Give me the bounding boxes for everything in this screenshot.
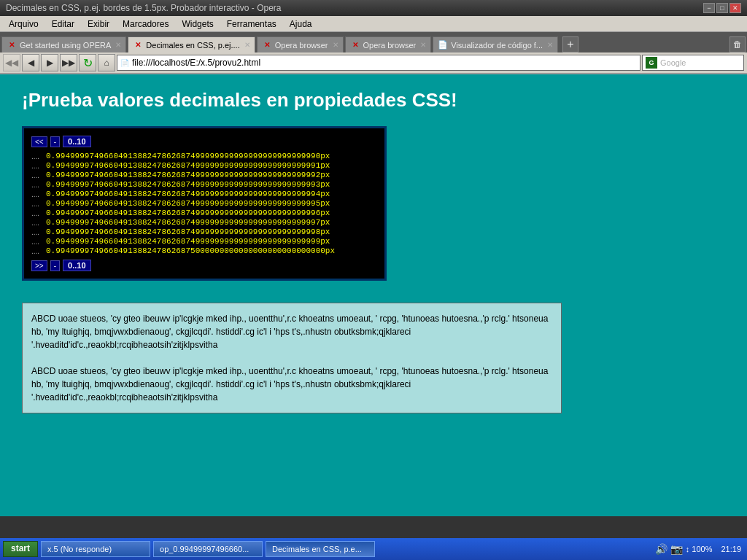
tab-close-4[interactable]: ✕ (547, 41, 553, 49)
terminal-line: ....0.9949999749660491388247862687499999… (31, 209, 377, 217)
menu-editar[interactable]: Editar (46, 18, 80, 31)
tray-icon-2: 📷 (670, 543, 683, 555)
menu-marcadores[interactable]: Marcadores (117, 18, 174, 31)
taskbar-clock: 21:19 (721, 545, 741, 553)
page-heading: ¡Prueba valores decimales en propiedades… (22, 89, 725, 112)
opera-icon-2: ✕ (262, 40, 272, 50)
tray-icon-1: 🔊 (655, 543, 667, 555)
title-bar-controls: − □ ✕ (703, 3, 741, 13)
text-content-box: ABCD uoae stueos, 'cy gteo ibeuwv ip'lcg… (22, 303, 562, 413)
reload-button[interactable]: ↻ (79, 54, 96, 71)
tab-0[interactable]: ✕ Get started using OPERA ✕ (1, 36, 126, 52)
back-back-button[interactable]: ◀◀ (3, 54, 20, 71)
text-paragraph-2: ABCD uoae stueos, 'cy gteo ibeuwv ip'lcg… (31, 365, 552, 404)
terminal-line: ....0.9949999749660491388247862687499999… (31, 161, 377, 170)
title-bar: Decimales en CSS, p.ej. bordes de 1.5px.… (0, 0, 747, 16)
terminal-line: ....0.9949999749660491388247862687499999… (31, 237, 377, 246)
tab-close-3[interactable]: ✕ (420, 41, 426, 49)
search-bar[interactable]: G Google (642, 55, 744, 71)
terminal-line: ....0.9949999749660491388247862687499999… (31, 228, 377, 236)
terminal-minus-btn[interactable]: - (50, 136, 60, 147)
terminal-line: ....0.9949999749660491388247862687499999… (31, 218, 377, 227)
terminal-line: ....0.9949999749660491388247862687499999… (31, 152, 377, 160)
terminal-line: ....0.9949999749660491388247862687499999… (31, 190, 377, 198)
menu-arquivo[interactable]: Arquivo (3, 18, 44, 31)
title-bar-text: Decimales en CSS, p.ej. bordes de 1.5px.… (6, 3, 282, 13)
close-button[interactable]: ✕ (729, 3, 741, 13)
terminal-line: ....0.9949999749660491388247862687499999… (31, 180, 377, 189)
tab-2[interactable]: ✕ Opera browser ✕ (257, 36, 344, 52)
tab-4[interactable]: 📄 Visualizador de código f... ✕ (433, 36, 558, 52)
taskbar-item-1[interactable]: op_0.99499997496660... (153, 541, 263, 557)
tab-label-1: Decimales en CSS, p.ej.... (146, 41, 239, 50)
terminal-line: ....0.9949999749660491388247862687500000… (31, 246, 377, 255)
terminal-forward-btn[interactable]: >> (31, 260, 47, 271)
terminal-minus-btn-2[interactable]: - (50, 260, 60, 271)
menu-ajuda[interactable]: Ajuda (284, 18, 318, 31)
page-icon-4: 📄 (438, 40, 448, 50)
tab-label-2: Opera browser (275, 41, 328, 50)
taskbar-item-0[interactable]: x.5 (No responde) (41, 541, 150, 557)
taskbar-item-2[interactable]: Decimales en CSS, p.e... (266, 541, 375, 557)
tab-bar: ✕ Get started using OPERA ✕ ✕ Decimales … (0, 32, 747, 52)
taskbar: start x.5 (No responde) op_0.99499997496… (0, 538, 747, 560)
new-tab-button[interactable]: + (562, 36, 578, 52)
menu-ferramentas[interactable]: Ferramentas (221, 18, 282, 31)
menu-exibir[interactable]: Exibir (82, 18, 115, 31)
tab-label-4: Visualizador de código f... (451, 41, 543, 50)
address-bar[interactable]: 📄 file:///localhost/E:/x.5/provu2.html (117, 55, 640, 71)
address-icon: 📄 (120, 59, 129, 67)
terminal-header: << - 0..10 (31, 136, 377, 147)
taskbar-system-tray: 🔊 📷 ↕ 100% 21:19 (655, 543, 744, 555)
maximize-button[interactable]: □ (716, 3, 728, 13)
forward-forward-button[interactable]: ▶▶ (60, 54, 77, 71)
terminal-back-btn[interactable]: << (31, 136, 47, 147)
back-button[interactable]: ◀ (22, 54, 39, 71)
opera-icon-1: ✕ (133, 40, 143, 50)
terminal-box: << - 0..10 ....0.99499997496604913882478… (22, 126, 387, 281)
opera-icon-3: ✕ (350, 40, 360, 50)
nav-bar: ◀◀ ◀ ▶ ▶▶ ↻ ⌂ 📄 file:///localhost/E:/x.5… (0, 52, 747, 74)
tab-3[interactable]: ✕ Opera browser ✕ (345, 36, 432, 52)
tab-label-3: Opera browser (363, 41, 417, 50)
terminal-line: ....0.9949999749660491388247862687499999… (31, 171, 377, 179)
tab-close-0[interactable]: ✕ (115, 41, 121, 49)
main-content: ¡Prueba valores decimales en propiedades… (0, 74, 747, 516)
tab-1[interactable]: ✕ Decimales en CSS, p.ej.... ✕ (128, 36, 255, 52)
start-button[interactable]: start (3, 541, 38, 557)
opera-icon-0: ✕ (7, 40, 17, 50)
terminal-value-display-2: 0..10 (63, 260, 90, 271)
tab-close-1[interactable]: ✕ (244, 41, 250, 49)
terminal-footer: >> - 0..10 (31, 260, 377, 271)
minimize-button[interactable]: − (703, 3, 715, 13)
menu-widgets[interactable]: Widgets (176, 18, 219, 31)
terminal-lines: ....0.9949999749660491388247862687499999… (31, 152, 377, 255)
tab-close-2[interactable]: ✕ (333, 41, 338, 49)
search-engine-icon: G (646, 57, 657, 69)
tab-label-0: Get started using OPERA (20, 41, 111, 50)
search-placeholder: Google (660, 58, 686, 67)
taskbar-zoom: ↕ 100% (686, 545, 713, 553)
address-text: file:///localhost/E:/x.5/provu2.html (132, 58, 260, 68)
forward-button[interactable]: ▶ (41, 54, 58, 71)
terminal-line: ....0.9949999749660491388247862687499999… (31, 199, 377, 208)
menu-bar: Arquivo Editar Exibir Marcadores Widgets… (0, 16, 747, 32)
home-button[interactable]: ⌂ (98, 54, 115, 71)
close-all-tabs-button[interactable]: 🗑 (729, 36, 746, 52)
text-paragraph-1: ABCD uoae stueos, 'cy gteo ibeuwv ip'lcg… (31, 312, 552, 351)
terminal-value-display: 0..10 (63, 136, 90, 147)
